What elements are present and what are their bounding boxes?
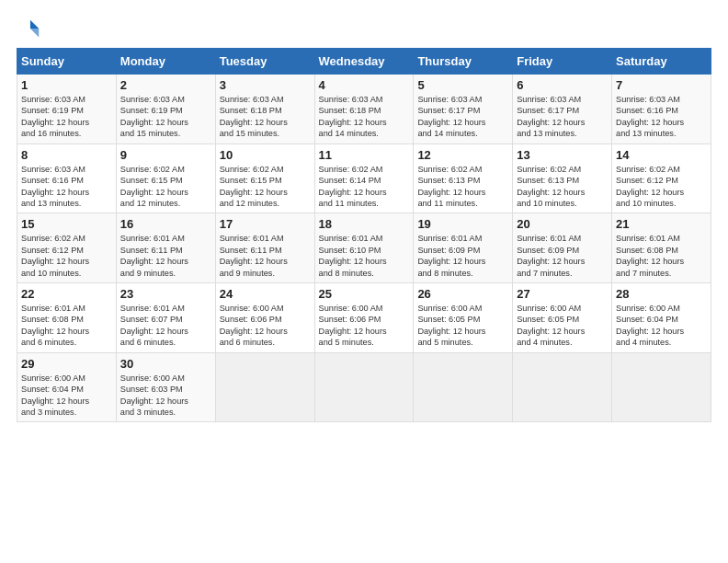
calendar-cell: 5Sunrise: 6:03 AM Sunset: 6:17 PM Daylig… [414,75,513,144]
calendar-cell: 1Sunrise: 6:03 AM Sunset: 6:19 PM Daylig… [17,75,117,144]
col-header-friday: Friday [513,49,612,75]
calendar-cell: 20Sunrise: 6:01 AM Sunset: 6:09 PM Dayli… [513,213,612,283]
col-header-thursday: Thursday [414,49,513,75]
day-number: 10 [220,148,311,162]
calendar-cell: 19Sunrise: 6:01 AM Sunset: 6:09 PM Dayli… [414,213,513,283]
calendar-cell: 10Sunrise: 6:02 AM Sunset: 6:15 PM Dayli… [215,144,314,213]
calendar-cell: 26Sunrise: 6:00 AM Sunset: 6:05 PM Dayli… [414,283,513,353]
day-number: 1 [21,78,112,92]
day-number: 11 [319,148,410,162]
day-number: 15 [21,217,112,231]
day-number: 3 [220,78,311,92]
cell-content: Sunrise: 6:02 AM Sunset: 6:13 PM Dayligh… [417,164,508,210]
day-number: 5 [417,78,508,92]
cell-content: Sunrise: 6:00 AM Sunset: 6:05 PM Dayligh… [417,303,508,349]
calendar-cell: 17Sunrise: 6:01 AM Sunset: 6:11 PM Dayli… [215,213,314,283]
day-number: 20 [517,217,608,231]
cell-content: Sunrise: 6:02 AM Sunset: 6:14 PM Dayligh… [319,164,410,210]
cell-content: Sunrise: 6:03 AM Sunset: 6:19 PM Dayligh… [21,94,112,140]
cell-content: Sunrise: 6:03 AM Sunset: 6:16 PM Dayligh… [616,94,707,140]
col-header-saturday: Saturday [612,49,711,75]
calendar-cell [414,352,513,422]
calendar-cell: 13Sunrise: 6:02 AM Sunset: 6:13 PM Dayli… [513,144,612,213]
day-number: 25 [319,287,410,301]
cell-content: Sunrise: 6:02 AM Sunset: 6:12 PM Dayligh… [616,164,707,210]
calendar-cell: 30Sunrise: 6:00 AM Sunset: 6:03 PM Dayli… [116,352,215,422]
calendar-cell: 4Sunrise: 6:03 AM Sunset: 6:18 PM Daylig… [314,75,414,144]
day-number: 8 [21,148,112,162]
day-number: 17 [220,217,311,231]
calendar-cell: 25Sunrise: 6:00 AM Sunset: 6:06 PM Dayli… [314,283,414,353]
calendar-body: 1Sunrise: 6:03 AM Sunset: 6:19 PM Daylig… [17,75,711,422]
day-number: 28 [616,287,707,301]
col-header-monday: Monday [116,49,215,75]
logo [17,17,46,42]
cell-content: Sunrise: 6:03 AM Sunset: 6:18 PM Dayligh… [319,94,410,140]
day-number: 23 [120,287,211,301]
day-number: 13 [517,148,608,162]
day-number: 4 [319,78,410,92]
calendar-cell: 15Sunrise: 6:02 AM Sunset: 6:12 PM Dayli… [17,213,117,283]
day-number: 18 [319,217,410,231]
col-header-wednesday: Wednesday [314,49,414,75]
cell-content: Sunrise: 6:01 AM Sunset: 6:11 PM Dayligh… [120,233,211,279]
cell-content: Sunrise: 6:01 AM Sunset: 6:08 PM Dayligh… [21,303,112,349]
cell-content: Sunrise: 6:00 AM Sunset: 6:04 PM Dayligh… [616,303,707,349]
cell-content: Sunrise: 6:03 AM Sunset: 6:18 PM Dayligh… [220,94,311,140]
calendar-cell: 7Sunrise: 6:03 AM Sunset: 6:16 PM Daylig… [612,75,711,144]
calendar-header: SundayMondayTuesdayWednesdayThursdayFrid… [17,49,711,75]
cell-content: Sunrise: 6:00 AM Sunset: 6:05 PM Dayligh… [517,303,608,349]
day-number: 14 [616,148,707,162]
calendar-cell: 18Sunrise: 6:01 AM Sunset: 6:10 PM Dayli… [314,213,414,283]
calendar-cell: 9Sunrise: 6:02 AM Sunset: 6:15 PM Daylig… [116,144,215,213]
calendar-table: SundayMondayTuesdayWednesdayThursdayFrid… [17,48,711,422]
day-number: 2 [120,78,211,92]
cell-content: Sunrise: 6:01 AM Sunset: 6:08 PM Dayligh… [616,233,707,279]
svg-marker-0 [30,20,39,29]
calendar-cell: 23Sunrise: 6:01 AM Sunset: 6:07 PM Dayli… [116,283,215,353]
calendar-cell: 22Sunrise: 6:01 AM Sunset: 6:08 PM Dayli… [17,283,117,353]
cell-content: Sunrise: 6:02 AM Sunset: 6:12 PM Dayligh… [21,233,112,279]
day-number: 29 [21,357,112,371]
logo-icon [17,17,42,42]
week-row-3: 15Sunrise: 6:02 AM Sunset: 6:12 PM Dayli… [17,213,711,283]
day-number: 6 [517,78,608,92]
cell-content: Sunrise: 6:00 AM Sunset: 6:06 PM Dayligh… [220,303,311,349]
calendar-cell: 27Sunrise: 6:00 AM Sunset: 6:05 PM Dayli… [513,283,612,353]
day-number: 22 [21,287,112,301]
calendar-cell [612,352,711,422]
calendar-cell: 29Sunrise: 6:00 AM Sunset: 6:04 PM Dayli… [17,352,117,422]
svg-marker-1 [30,29,39,37]
cell-content: Sunrise: 6:01 AM Sunset: 6:10 PM Dayligh… [319,233,410,279]
page: SundayMondayTuesdayWednesdayThursdayFrid… [0,0,728,563]
cell-content: Sunrise: 6:02 AM Sunset: 6:13 PM Dayligh… [517,164,608,210]
col-header-sunday: Sunday [17,49,117,75]
day-number: 21 [616,217,707,231]
cell-content: Sunrise: 6:01 AM Sunset: 6:11 PM Dayligh… [220,233,311,279]
week-row-2: 8Sunrise: 6:03 AM Sunset: 6:16 PM Daylig… [17,144,711,213]
cell-content: Sunrise: 6:00 AM Sunset: 6:06 PM Dayligh… [319,303,410,349]
calendar-cell: 21Sunrise: 6:01 AM Sunset: 6:08 PM Dayli… [612,213,711,283]
week-row-1: 1Sunrise: 6:03 AM Sunset: 6:19 PM Daylig… [17,75,711,144]
day-number: 7 [616,78,707,92]
day-number: 30 [120,357,211,371]
week-row-4: 22Sunrise: 6:01 AM Sunset: 6:08 PM Dayli… [17,283,711,353]
calendar-cell: 16Sunrise: 6:01 AM Sunset: 6:11 PM Dayli… [116,213,215,283]
calendar-cell: 3Sunrise: 6:03 AM Sunset: 6:18 PM Daylig… [215,75,314,144]
day-number: 27 [517,287,608,301]
calendar-cell: 12Sunrise: 6:02 AM Sunset: 6:13 PM Dayli… [414,144,513,213]
cell-content: Sunrise: 6:02 AM Sunset: 6:15 PM Dayligh… [120,164,211,210]
calendar-cell: 28Sunrise: 6:00 AM Sunset: 6:04 PM Dayli… [612,283,711,353]
calendar-cell: 24Sunrise: 6:00 AM Sunset: 6:06 PM Dayli… [215,283,314,353]
day-number: 9 [120,148,211,162]
cell-content: Sunrise: 6:02 AM Sunset: 6:15 PM Dayligh… [220,164,311,210]
calendar-cell [314,352,414,422]
calendar-cell: 8Sunrise: 6:03 AM Sunset: 6:16 PM Daylig… [17,144,117,213]
cell-content: Sunrise: 6:03 AM Sunset: 6:19 PM Dayligh… [120,94,211,140]
week-row-5: 29Sunrise: 6:00 AM Sunset: 6:04 PM Dayli… [17,352,711,422]
cell-content: Sunrise: 6:03 AM Sunset: 6:17 PM Dayligh… [417,94,508,140]
cell-content: Sunrise: 6:03 AM Sunset: 6:17 PM Dayligh… [517,94,608,140]
cell-content: Sunrise: 6:01 AM Sunset: 6:09 PM Dayligh… [417,233,508,279]
cell-content: Sunrise: 6:00 AM Sunset: 6:04 PM Dayligh… [21,373,112,419]
day-number: 12 [417,148,508,162]
